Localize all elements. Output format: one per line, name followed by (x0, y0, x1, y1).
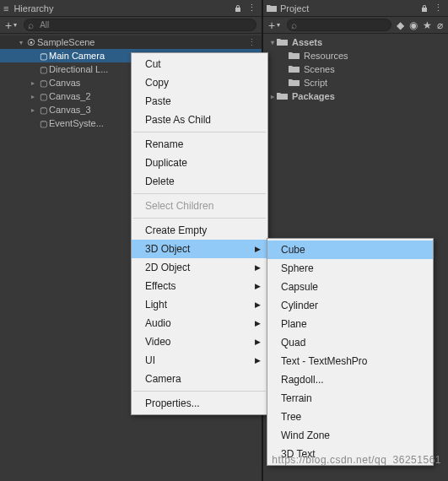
project-search[interactable] (287, 19, 391, 31)
menu-separator (133, 132, 266, 132)
search-placeholder: All (40, 20, 49, 30)
scene-more-icon[interactable]: ⋮ (247, 37, 256, 48)
expander-icon[interactable]: ▾ (17, 39, 25, 46)
menu-item[interactable]: Video▶ (132, 332, 267, 351)
menu-item[interactable]: 3D Object▶ (132, 240, 267, 258)
scene-icon (25, 37, 37, 47)
project-item[interactable]: Resources (263, 49, 448, 62)
menu-item[interactable]: Duplicate (132, 154, 267, 172)
menu-item[interactable]: Effects▶ (132, 277, 267, 295)
menu-item-label: Tree (281, 411, 301, 423)
menu-separator (133, 391, 266, 392)
menu-item[interactable]: Paste As Child (132, 111, 267, 129)
expander-icon[interactable]: ▸ (29, 106, 37, 114)
submenu-item[interactable]: Sphere (267, 259, 433, 278)
menu-separator (133, 218, 266, 219)
project-toolbar: + ▾ ◆ ◉ ★ ⌀ (263, 17, 448, 34)
panel-menu-icon[interactable] (3, 3, 10, 14)
star-icon[interactable]: ★ (423, 19, 432, 31)
chevron-right-icon: ▶ (255, 263, 261, 272)
submenu-item[interactable]: Quad (267, 333, 433, 352)
menu-separator (133, 193, 266, 194)
item-label: Canvas (49, 78, 80, 88)
menu-item-label: UI (145, 354, 155, 366)
add-button[interactable]: + (268, 19, 275, 32)
hierarchy-search[interactable]: All (24, 19, 256, 31)
watermark: https://blog.csdn.net/qq_36251561 (272, 454, 441, 466)
chevron-right-icon: ▶ (255, 300, 261, 309)
menu-item-label: Light (145, 299, 167, 311)
more-icon[interactable]: ⋮ (434, 3, 443, 14)
menu-item[interactable]: Audio▶ (132, 314, 267, 332)
menu-item[interactable]: Light▶ (132, 295, 267, 314)
gameobject-icon (37, 91, 49, 101)
expander-icon[interactable]: ▸ (268, 93, 277, 100)
add-button[interactable]: + (5, 19, 12, 32)
menu-item[interactable]: Paste (132, 92, 267, 111)
menu-item[interactable]: Create Empty (132, 221, 267, 240)
chevron-down-icon[interactable]: ▾ (13, 21, 17, 29)
gameobject-icon (37, 51, 49, 61)
chevron-down-icon[interactable]: ▾ (277, 21, 280, 29)
menu-item[interactable]: Cut (132, 55, 267, 73)
eye-icon[interactable]: ◉ (409, 19, 418, 31)
folder-icon (289, 51, 302, 60)
project-item[interactable]: Scenes (263, 62, 448, 76)
context-menu: CutCopyPastePaste As ChildRenameDuplicat… (131, 52, 268, 415)
item-label: Directional L... (49, 64, 108, 74)
more-icon[interactable]: ⋮ (247, 3, 256, 14)
item-label: Canvas_3 (49, 105, 91, 115)
menu-item-label: Cylinder (281, 300, 318, 311)
submenu-item[interactable]: Text - TextMeshPro (267, 352, 433, 370)
item-label: Assets (292, 37, 322, 47)
lock-icon[interactable] (420, 4, 429, 13)
chevron-right-icon: ▶ (255, 282, 261, 290)
menu-item[interactable]: 2D Object▶ (132, 258, 267, 277)
project-item[interactable]: ▸Packages (263, 89, 448, 103)
expander-icon[interactable]: ▸ (29, 93, 37, 100)
item-label: Scenes (304, 64, 335, 74)
submenu-item[interactable]: Cylinder (267, 296, 433, 315)
slash-icon[interactable]: ⌀ (437, 19, 443, 31)
menu-item[interactable]: Delete (132, 172, 267, 191)
item-label: Canvas_2 (49, 91, 91, 101)
menu-item-label: Paste (145, 95, 171, 107)
submenu-item[interactable]: Terrain (267, 389, 433, 408)
folder-icon (267, 4, 277, 13)
folder-icon (277, 38, 290, 46)
item-label: Packages (292, 91, 335, 101)
project-item[interactable]: ▾Assets (263, 35, 448, 49)
expander-icon[interactable]: ▸ (29, 79, 37, 87)
filter-icon[interactable]: ◆ (397, 19, 404, 31)
chevron-right-icon: ▶ (255, 319, 261, 327)
submenu-item[interactable]: Cube (267, 240, 433, 259)
menu-item-label: Terrain (281, 392, 312, 404)
menu-item-label: Cube (281, 244, 305, 256)
menu-item-label: Copy (145, 77, 169, 89)
submenu-item[interactable]: Tree (267, 408, 433, 426)
menu-item-label: Audio (145, 317, 171, 329)
menu-item-label: 2D Object (145, 262, 190, 273)
menu-item-label: Sphere (281, 262, 314, 274)
submenu-item[interactable]: Capsule (267, 278, 433, 296)
folder-icon (289, 65, 302, 73)
menu-item-label: Quad (281, 337, 305, 349)
lock-icon[interactable] (234, 4, 242, 13)
submenu-item[interactable]: Wind Zone (267, 426, 433, 445)
hierarchy-header: Hierarchy ⋮ (0, 0, 262, 17)
menu-item-label: Paste As Child (145, 114, 211, 126)
menu-item-label: Capsule (281, 281, 318, 293)
gameobject-icon (37, 64, 49, 74)
submenu-item[interactable]: Ragdoll... (267, 370, 433, 389)
submenu-item[interactable]: Plane (267, 315, 433, 333)
menu-item[interactable]: Properties... (132, 394, 267, 413)
project-item[interactable]: Script (263, 76, 448, 89)
scene-row[interactable]: ▾ SampleScene ⋮ (0, 35, 262, 49)
menu-item-label: Wind Zone (281, 430, 330, 441)
hierarchy-title: Hierarchy (13, 3, 234, 14)
menu-item[interactable]: Camera (132, 370, 267, 388)
menu-item[interactable]: Copy (132, 73, 267, 92)
expander-icon[interactable]: ▾ (268, 39, 277, 46)
menu-item[interactable]: Rename (132, 135, 267, 154)
menu-item[interactable]: UI▶ (132, 351, 267, 370)
